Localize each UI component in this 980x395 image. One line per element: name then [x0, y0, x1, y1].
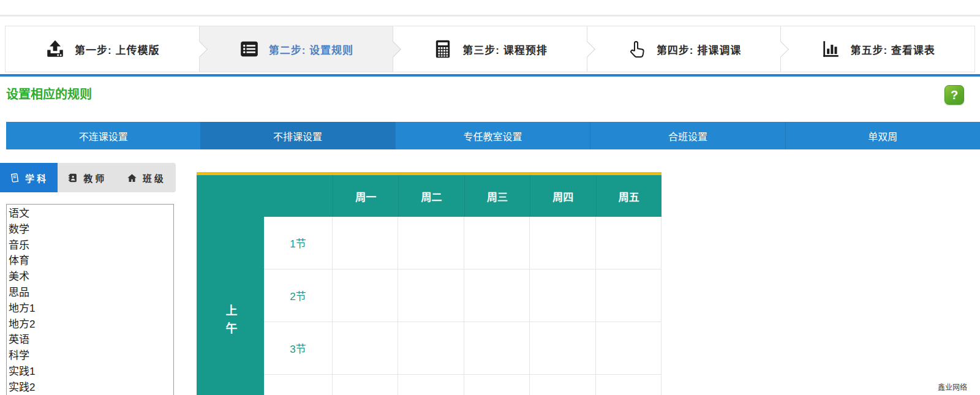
list-item[interactable]: 思品 [9, 285, 172, 301]
sidebar-tabs: 学科 教师 班级 [0, 163, 176, 192]
list-item[interactable]: 英语 [9, 332, 172, 348]
period-cell-2[interactable]: 2节 [264, 269, 333, 322]
list-item[interactable]: 数学 [9, 222, 172, 238]
sidebar-tab-label: 学科 [25, 171, 48, 184]
schedule-cell[interactable] [530, 375, 595, 395]
period-cell-1[interactable]: 1节 [264, 217, 333, 269]
tab-odd-even-week[interactable]: 单双周 [785, 122, 980, 149]
sidebar-tab-class[interactable]: 班级 [117, 163, 176, 192]
schedule-cell[interactable] [398, 375, 464, 395]
tab-no-consecutive-classes[interactable]: 不连课设置 [6, 122, 200, 149]
address-book-icon [67, 173, 78, 183]
page-title: 设置相应的规则 [6, 85, 92, 102]
schedule-cell[interactable] [464, 375, 530, 395]
day-header-thursday[interactable]: 周四 [530, 175, 595, 217]
help-button[interactable]: ? [944, 85, 964, 105]
schedule-cell[interactable] [333, 322, 398, 375]
list-item[interactable]: 语文 [9, 206, 172, 222]
schedule-cell[interactable] [398, 322, 464, 375]
accent-underline [0, 74, 980, 77]
upload-icon [45, 39, 66, 59]
schedule-cell[interactable] [464, 217, 530, 269]
step-4-adjust-schedule[interactable]: 第四步: 排课调课 [587, 26, 782, 72]
timetable-grid: 1节 2节 3节 4节 [264, 217, 662, 395]
day-header-friday[interactable]: 周五 [596, 175, 662, 217]
header-corner-cell [197, 175, 264, 217]
schedule-cell[interactable] [398, 269, 464, 322]
schedule-cell[interactable] [596, 217, 662, 269]
list-item[interactable]: 地方1 [9, 301, 172, 317]
watermark: 鑫业网络 [938, 382, 967, 392]
schedule-cell[interactable] [530, 322, 595, 375]
day-header-wednesday[interactable]: 周三 [464, 175, 530, 217]
list-item[interactable]: 地方2 [9, 317, 172, 333]
step-label: 第二步: 设置规则 [269, 42, 353, 57]
question-mark-icon: ? [951, 88, 958, 102]
step-2-set-rules[interactable]: 第二步: 设置规则 [200, 26, 394, 72]
sidebar-tab-label: 教师 [83, 171, 107, 184]
period-cell-3[interactable]: 3节 [264, 322, 333, 375]
schedule-cell[interactable] [333, 375, 398, 395]
header-period-cell [264, 175, 333, 217]
tab-dedicated-classroom[interactable]: 专任教室设置 [395, 122, 590, 149]
timetable-header: 周一 周二 周三 周四 周五 [197, 175, 662, 217]
schedule-cell[interactable] [333, 217, 398, 269]
step-label: 第五步: 查看课表 [850, 42, 935, 57]
step-label: 第一步: 上传模版 [75, 42, 159, 57]
step-label: 第三步: 课程预排 [462, 42, 547, 57]
schedule-cell[interactable] [333, 269, 398, 322]
subject-list[interactable]: 语文 数学 音乐 体育 美术 思品 地方1 地方2 英语 科学 实践1 实践2 [6, 204, 174, 395]
list-item[interactable]: 美术 [9, 269, 172, 285]
schedule-cell[interactable] [530, 217, 595, 269]
sidebar-tab-label: 班级 [143, 171, 166, 184]
timetable-body: 上午 1节 2节 3节 4节 [197, 217, 662, 395]
step-1-upload-template[interactable]: 第一步: 上传模版 [6, 26, 200, 72]
morning-label: 上午 [222, 304, 239, 340]
tab-no-schedule[interactable]: 不排课设置 [200, 122, 394, 149]
sidebar-tab-subject[interactable]: 学科 [0, 163, 58, 192]
schedule-cell[interactable] [596, 375, 662, 395]
top-divider [0, 15, 980, 17]
step-5-view-timetable[interactable]: 第五步: 查看课表 [781, 26, 974, 72]
list-item[interactable]: 实践1 [9, 364, 172, 380]
rule-tabs: 不连课设置 不排课设置 专任教室设置 合班设置 单双周 [6, 122, 980, 149]
home-icon [127, 173, 137, 183]
tab-combined-class[interactable]: 合班设置 [590, 122, 785, 149]
step-3-pre-schedule[interactable]: 第三步: 课程预排 [393, 26, 587, 72]
book-icon [9, 173, 20, 183]
step-wizard: 第一步: 上传模版 第二步: 设置规则 第三步: 课程预排 第四步: 排课调课 [5, 26, 975, 72]
day-header-tuesday[interactable]: 周二 [398, 175, 464, 217]
schedule-cell[interactable] [596, 322, 662, 375]
period-cell-4[interactable]: 4节 [264, 375, 333, 395]
schedule-cell[interactable] [596, 269, 662, 322]
list-item[interactable]: 实践2 [9, 380, 172, 395]
list-item[interactable]: 音乐 [9, 238, 172, 254]
day-header-monday[interactable]: 周一 [333, 175, 398, 217]
list-item[interactable]: 科学 [9, 348, 172, 364]
list-icon [239, 39, 260, 59]
step-label: 第四步: 排课调课 [657, 42, 741, 57]
hand-pointer-icon [627, 39, 647, 59]
schedule-cell[interactable] [464, 269, 530, 322]
schedule-cell[interactable] [398, 217, 464, 269]
list-item[interactable]: 体育 [9, 253, 172, 269]
morning-label-cell[interactable]: 上午 [197, 217, 264, 395]
timetable: 周一 周二 周三 周四 周五 上午 1节 2节 3节 4 [197, 172, 662, 395]
sidebar-tab-group: 教师 班级 [58, 163, 176, 192]
sidebar-tab-teacher[interactable]: 教师 [58, 163, 117, 192]
calculator-icon [432, 39, 453, 59]
bar-chart-icon [820, 39, 841, 59]
schedule-cell[interactable] [464, 322, 530, 375]
schedule-cell[interactable] [530, 269, 595, 322]
